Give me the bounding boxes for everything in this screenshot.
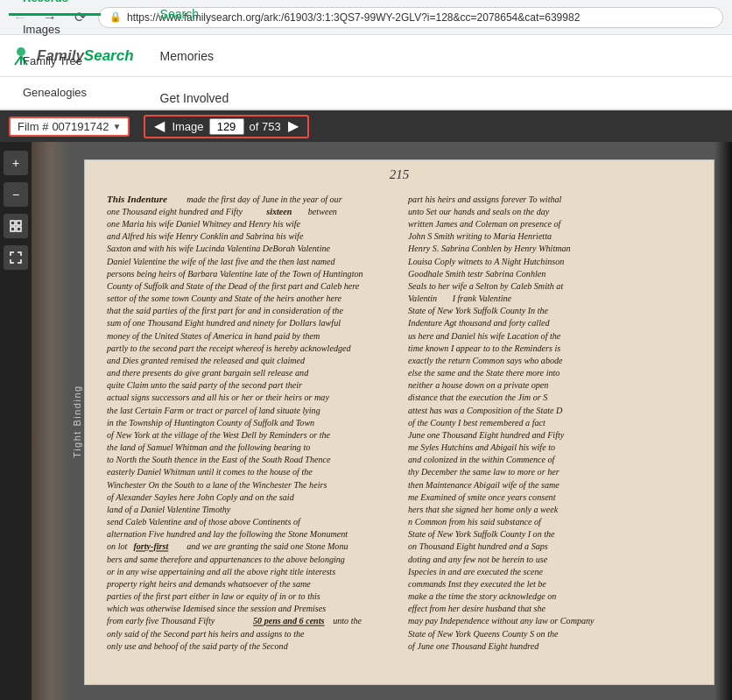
prev-image-button[interactable]: ◀	[152, 119, 166, 133]
svg-text:time known I appear to to the : time known I appear to to the Reminders …	[408, 343, 560, 353]
svg-text:Ispecies in and are executed t: Ispecies in and are executed the scene	[407, 567, 544, 576]
svg-text:Indenture Agt thousand and for: Indenture Agt thousand and forty called	[407, 318, 550, 328]
browser-bar: ← → ⟳ 🔒 https://www.familysearch.org/ark…	[0, 0, 732, 35]
viewer-area: + − 215	[0, 142, 732, 700]
document-paper: 215 This Indenture made the first day of…	[84, 159, 714, 685]
image-label: Image	[172, 120, 203, 133]
svg-text:one Thousand eight hundred and: one Thousand eight hundred and Fifty	[107, 207, 243, 216]
svg-text:June one Thousand Eight hundre: June one Thousand Eight hundred and Fift…	[408, 430, 565, 440]
viewer-controls: Film # 007191742 ▼ ◀ Image of 753 ▶	[0, 110, 732, 142]
svg-text:money of the United States of : money of the United States of America in…	[107, 331, 320, 341]
svg-text:between: between	[308, 207, 337, 216]
zoom-in-button[interactable]: +	[4, 151, 28, 175]
svg-text:Winchester On the South to a l: Winchester On the South to a lane of the…	[107, 480, 327, 490]
svg-text:Seals to her wife a Selton by : Seals to her wife a Selton by Caleb Smit…	[408, 281, 564, 291]
svg-text:Valentin: Valentin	[408, 293, 437, 303]
sec-tab-genealogies[interactable]: Genealogies	[9, 77, 101, 110]
svg-text:persons being heirs of Barbara: persons being heirs of Barbara Valentine…	[106, 269, 363, 279]
svg-text:to North the South thence in t: to North the South thence in the East of…	[107, 455, 331, 464]
svg-text:of New York at the village of : of New York at the village of the West D…	[107, 430, 331, 440]
svg-text:the land of Samuel Whitman and: the land of Samuel Whitman and the follo…	[107, 442, 310, 452]
svg-text:or in any wise appertaining an: or in any wise appertaining and all the …	[107, 567, 335, 576]
image-navigation: ◀ Image of 753 ▶	[144, 115, 308, 138]
image-total: of 753	[250, 120, 281, 133]
svg-text:n Common from his said substan: n Common from his said substance of	[408, 517, 542, 527]
svg-text:make a the time the story ackn: make a the time the story acknowledge on	[408, 591, 556, 601]
topnav-item-memories[interactable]: Memories	[148, 35, 242, 77]
svg-text:land of a Daniel Valentine Tim: land of a Daniel Valentine Timothy	[107, 505, 231, 514]
svg-text:may pay Independence without a: may pay Independence without any law or …	[408, 616, 595, 626]
svg-text:me Syles Hutchins and Abigail : me Syles Hutchins and Abigail his wife t…	[408, 442, 555, 452]
page-shadow-right	[714, 142, 732, 700]
svg-text:and there presents do give gra: and there presents do give grant bargain…	[107, 368, 309, 378]
svg-text:commands Inst they executed th: commands Inst they executed the let be	[408, 579, 546, 589]
svg-text:the last Certain Farm or tract: the last Certain Farm or tract or parcel…	[107, 406, 320, 415]
svg-text:State of New York Suffolk Coun: State of New York Suffolk County In the	[408, 306, 548, 315]
svg-text:I frank Valentine: I frank Valentine	[452, 293, 512, 303]
svg-text:Louisa Coply witnets to A Nigh: Louisa Coply witnets to A Night Hutchins…	[407, 257, 564, 266]
svg-text:thy December the same law to m: thy December the same law to more or her	[408, 467, 560, 477]
svg-text:bers and same therefore and ap: bers and same therefore and appurtenance…	[107, 555, 345, 564]
svg-text:on Thousand Eight hundred and : on Thousand Eight hundred and a Saps	[408, 541, 548, 551]
fullscreen-button[interactable]	[4, 245, 28, 270]
svg-text:doting and any few not be here: doting and any few not be herein to use	[408, 555, 548, 564]
lock-icon: 🔒	[109, 11, 122, 23]
page-fold	[32, 142, 71, 700]
topnav-item-get-involved[interactable]: Get Involved	[148, 77, 242, 119]
tight-binding-label: Tight Binding	[72, 385, 82, 457]
svg-text:forty-first: forty-first	[133, 541, 169, 551]
svg-text:Daniel Valentine the wife of t: Daniel Valentine the wife of the last fi…	[106, 257, 335, 266]
svg-text:only use and behoof of the sai: only use and behoof of the said party of…	[107, 641, 289, 651]
svg-text:and we are granting the said o: and we are granting the said one Stone M…	[187, 541, 348, 551]
svg-text:and colonized in the within Co: and colonized in the within Commence of	[408, 455, 556, 464]
svg-text:Henry S. Sabrina Conhlen by He: Henry S. Sabrina Conhlen by Henry Whitma…	[407, 244, 571, 253]
svg-text:neither a house down on a priv: neither a house down on a private open	[408, 380, 548, 390]
document-image-area: 215 This Indenture made the first day of…	[32, 142, 732, 700]
svg-text:and Dies granted remised the r: and Dies granted remised the released an…	[107, 356, 306, 365]
svg-text:distance that the execution th: distance that the execution the Jim or S	[408, 392, 547, 402]
svg-text:State of New York Queens Count: State of New York Queens County S on the	[408, 629, 559, 639]
zoom-out-button[interactable]: −	[4, 182, 28, 207]
film-selector[interactable]: Film # 007191742 ▼	[9, 117, 130, 137]
svg-text:exactly the return Common says: exactly the return Common says who abode	[408, 356, 563, 365]
svg-text:of June one Thousand Eight hun: of June one Thousand Eight hundred	[408, 641, 539, 651]
grid-button[interactable]	[4, 214, 28, 238]
film-dropdown-arrow-icon: ▼	[112, 122, 121, 131]
svg-text:effect from her desire husband: effect from her desire husband that she	[408, 604, 546, 613]
svg-text:County of Suffolk and State of: County of Suffolk and State of the Dead …	[107, 281, 360, 291]
svg-text:of Alexander Sayles here John : of Alexander Sayles here John Coply and …	[107, 492, 295, 502]
svg-text:State of New York Suffolk Coun: State of New York Suffolk County I on th…	[408, 529, 555, 539]
svg-rect-5	[11, 221, 15, 225]
svg-text:hers that she signed her home : hers that she signed her home only a wee…	[408, 505, 559, 514]
topnav-item-search[interactable]: Search	[148, 0, 242, 35]
svg-text:easterly Daniel Whitman until : easterly Daniel Whitman until it comes t…	[107, 467, 313, 477]
svg-text:parties of the first part eith: parties of the first part either in law …	[106, 591, 320, 601]
svg-text:one Maria his wife Daniel Whit: one Maria his wife Daniel Whitney and He…	[107, 219, 300, 229]
next-image-button[interactable]: ▶	[286, 119, 300, 133]
svg-text:settor of the some town County: settor of the some town County and State…	[107, 293, 342, 303]
svg-text:made the first day of June in : made the first day of June in the year o…	[187, 194, 342, 204]
top-navigation: FamilySearch Family TreeSearchMemoriesGe…	[0, 35, 732, 77]
svg-text:property right heirs and deman: property right heirs and demands whatsoe…	[106, 579, 311, 589]
viewer-sidebar: + −	[0, 142, 32, 700]
svg-text:written James and Coleman on p: written James and Coleman on presence of	[408, 219, 561, 229]
film-label: Film #	[18, 120, 48, 133]
svg-text:John S Smith writing to Maria : John S Smith writing to Maria Henrietta	[408, 231, 552, 241]
svg-text:then Maintenance Abigail wife : then Maintenance Abigail wife of the sam…	[408, 480, 560, 490]
sec-tab-images[interactable]: Images	[9, 14, 101, 47]
svg-text:Goodhale Smith testr Sabrina C: Goodhale Smith testr Sabrina Conhlen	[408, 269, 545, 279]
svg-text:unto Set our hands and seals o: unto Set our hands and seals on the day	[408, 207, 550, 216]
document-content: This Indenture made the first day of Jun…	[102, 185, 696, 675]
svg-text:50 pens and 6 cents: 50 pens and 6 cents	[253, 616, 325, 626]
svg-text:unto the: unto the	[333, 616, 362, 626]
svg-text:This Indenture: This Indenture	[107, 194, 167, 204]
svg-text:actual signs successors and al: actual signs successors and all his or h…	[107, 392, 329, 402]
svg-text:of the County I best remembere: of the County I best remembered a fact	[408, 418, 546, 428]
film-number: 007191742	[52, 120, 109, 133]
sec-tab-family-tree[interactable]: Family Tree	[9, 46, 101, 79]
svg-rect-7	[11, 227, 15, 231]
image-number-input[interactable]	[209, 118, 244, 135]
svg-text:partly to the second part the : partly to the second part the receipt wh…	[106, 343, 351, 353]
svg-rect-6	[17, 221, 21, 225]
svg-text:us here and Daniel his wife La: us here and Daniel his wife Lacation of …	[408, 331, 561, 341]
